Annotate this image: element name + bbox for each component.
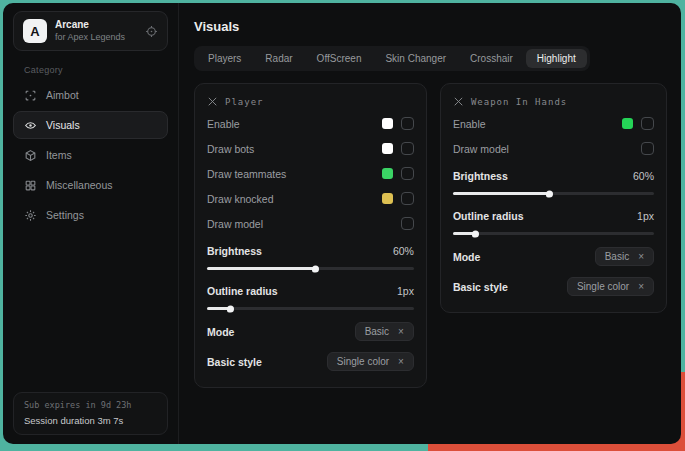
- setting-label: Mode: [453, 251, 480, 263]
- setting-row-draw-model: Draw model: [207, 211, 414, 236]
- setting-label: Mode: [207, 326, 234, 338]
- setting-row-enable: Enable: [453, 111, 654, 136]
- setting-label: Draw knocked: [207, 193, 274, 205]
- checkbox[interactable]: [641, 142, 654, 155]
- select-value: Basic: [605, 251, 629, 262]
- crossed-swords-icon: [207, 96, 218, 107]
- gear-icon: [24, 209, 37, 222]
- panel-title: Weapon In Hands: [471, 97, 567, 107]
- checkbox[interactable]: [401, 142, 414, 155]
- slider-value: 60%: [393, 245, 414, 257]
- tab-highlight[interactable]: Highlight: [526, 49, 587, 68]
- app-header-card: A Arcane for Apex Legends: [13, 11, 168, 51]
- checkbox[interactable]: [401, 192, 414, 205]
- outline-radius-slider[interactable]: [207, 307, 414, 310]
- checkbox[interactable]: [401, 167, 414, 180]
- crossed-swords-icon: [453, 96, 464, 107]
- setting-row-brightness: Brightness 60%: [207, 238, 414, 263]
- sidebar-item-label: Miscellaneous: [46, 179, 113, 191]
- setting-row-draw-teammates: Draw teammates: [207, 161, 414, 186]
- slider-value: 1px: [637, 210, 654, 222]
- close-icon[interactable]: ×: [398, 356, 404, 367]
- setting-label: Outline radius: [453, 210, 524, 222]
- checkbox[interactable]: [401, 217, 414, 230]
- setting-row-mode: Mode Basic ×: [207, 318, 414, 345]
- close-icon[interactable]: ×: [638, 251, 644, 262]
- tab-bar: Players Radar OffScreen Skin Changer Cro…: [194, 46, 590, 71]
- checkbox[interactable]: [641, 117, 654, 130]
- setting-row-enable: Enable: [207, 111, 414, 136]
- close-icon[interactable]: ×: [638, 281, 644, 292]
- sub-expiry-text: Sub expires in 9d 23h: [24, 399, 157, 413]
- weapon-panel-header: Weapon In Hands: [453, 96, 654, 107]
- subscription-info-card: Sub expires in 9d 23h Session duration 3…: [13, 392, 168, 435]
- select-value: Single color: [337, 356, 389, 367]
- tab-crosshair[interactable]: Crosshair: [459, 49, 524, 68]
- color-swatch[interactable]: [382, 118, 393, 129]
- sidebar-item-label: Settings: [46, 209, 84, 221]
- setting-label: Draw teammates: [207, 168, 286, 180]
- color-swatch[interactable]: [622, 118, 633, 129]
- setting-label: Brightness: [207, 245, 262, 257]
- app-subtitle: for Apex Legends: [55, 32, 137, 43]
- setting-label: Basic style: [207, 356, 262, 368]
- panel-title: Player: [225, 97, 264, 107]
- brightness-slider[interactable]: [453, 192, 654, 195]
- setting-row-brightness: Brightness 60%: [453, 163, 654, 188]
- setting-label: Draw bots: [207, 143, 254, 155]
- grid-icon: [24, 179, 37, 192]
- player-panel: Player Enable Draw bots: [194, 83, 427, 388]
- weapon-in-hands-panel: Weapon In Hands Enable Draw model: [440, 83, 667, 313]
- color-swatch[interactable]: [382, 193, 393, 204]
- panels-container: Player Enable Draw bots: [179, 71, 681, 388]
- eye-scan-icon: [24, 119, 37, 132]
- setting-label: Draw model: [207, 218, 263, 230]
- close-icon[interactable]: ×: [398, 326, 404, 337]
- brightness-slider[interactable]: [207, 267, 414, 270]
- sidebar: A Arcane for Apex Legends Category: [3, 3, 179, 444]
- target-icon[interactable]: [145, 25, 158, 38]
- app-title: Arcane: [55, 19, 137, 32]
- color-swatch[interactable]: [382, 143, 393, 154]
- basic-style-select[interactable]: Single color ×: [327, 352, 414, 371]
- category-label: Category: [24, 65, 178, 75]
- setting-label: Brightness: [453, 170, 508, 182]
- app-logo: A: [23, 19, 47, 43]
- page-title: Visuals: [194, 19, 681, 34]
- setting-label: Draw model: [453, 143, 509, 155]
- select-value: Single color: [577, 281, 629, 292]
- mode-select[interactable]: Basic ×: [355, 322, 414, 341]
- outline-radius-slider[interactable]: [453, 232, 654, 235]
- setting-label: Enable: [207, 118, 240, 130]
- setting-row-draw-bots: Draw bots: [207, 136, 414, 161]
- setting-row-mode: Mode Basic ×: [453, 243, 654, 270]
- tab-players[interactable]: Players: [197, 49, 252, 68]
- basic-style-select[interactable]: Single color ×: [567, 277, 654, 296]
- setting-label: Outline radius: [207, 285, 278, 297]
- checkbox[interactable]: [401, 117, 414, 130]
- sidebar-item-visuals[interactable]: Visuals: [13, 111, 168, 139]
- color-swatch[interactable]: [382, 168, 393, 179]
- slider-value: 60%: [633, 170, 654, 182]
- slider-value: 1px: [397, 285, 414, 297]
- sidebar-item-items[interactable]: Items: [13, 141, 168, 169]
- setting-row-basic-style: Basic style Single color ×: [453, 273, 654, 300]
- sidebar-item-label: Visuals: [46, 119, 80, 131]
- tab-offscreen[interactable]: OffScreen: [306, 49, 373, 68]
- setting-row-outline-radius: Outline radius 1px: [207, 278, 414, 303]
- setting-row-basic-style: Basic style Single color ×: [207, 348, 414, 375]
- slider-fill: [207, 307, 230, 310]
- setting-label: Basic style: [453, 281, 508, 293]
- tab-radar[interactable]: Radar: [254, 49, 303, 68]
- mode-select[interactable]: Basic ×: [595, 247, 654, 266]
- sidebar-item-aimbot[interactable]: Aimbot: [13, 81, 168, 109]
- sidebar-item-settings[interactable]: Settings: [13, 201, 168, 229]
- sidebar-item-miscellaneous[interactable]: Miscellaneous: [13, 171, 168, 199]
- slider-fill: [453, 232, 475, 235]
- slider-fill: [207, 267, 315, 270]
- setting-row-draw-knocked: Draw knocked: [207, 186, 414, 211]
- slider-fill: [453, 192, 550, 195]
- player-panel-header: Player: [207, 96, 414, 107]
- tab-skin-changer[interactable]: Skin Changer: [374, 49, 457, 68]
- app-window: A Arcane for Apex Legends Category: [3, 3, 681, 444]
